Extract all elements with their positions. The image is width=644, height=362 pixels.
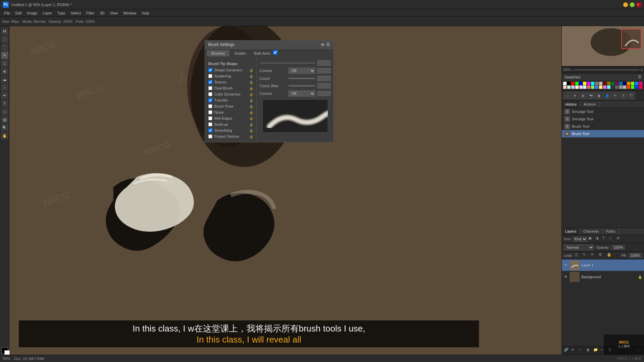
swatch-14[interactable] — [619, 82, 623, 85]
swatch-16[interactable] — [627, 82, 630, 85]
menu-item-type[interactable]: Type — [55, 9, 68, 17]
swatch-21[interactable] — [567, 85, 571, 89]
both-axes-checkbox[interactable] — [273, 50, 277, 55]
scattering-option[interactable]: Scattering 🔒 — [205, 73, 257, 79]
actions-tab[interactable]: Actions — [580, 101, 599, 108]
lasso-tool[interactable]: ⌒ — [1, 44, 8, 51]
swatch-8[interactable] — [595, 82, 598, 85]
eraser-tool[interactable]: ◻ — [1, 60, 8, 67]
swatch-17[interactable] — [631, 82, 634, 85]
shape-filter-btn[interactable]: □ — [609, 236, 615, 242]
transfer-option[interactable]: Transfer 🔒 — [205, 97, 257, 103]
swatches-menu-icon[interactable]: ☰ — [638, 75, 641, 79]
wet-edges-option[interactable]: Wet Edges 🔒 — [205, 115, 257, 121]
swatch-38[interactable] — [635, 85, 638, 89]
count-jitter-value[interactable] — [317, 83, 331, 88]
swatch-22[interactable] — [571, 85, 575, 89]
history-tab[interactable]: History — [562, 101, 580, 108]
filter-btn[interactable]: ⧖ — [620, 92, 627, 99]
transfer-checkbox[interactable] — [208, 98, 212, 102]
swatch-39[interactable] — [639, 85, 642, 89]
control-select2[interactable]: Off — [288, 90, 315, 97]
protect-texture-checkbox[interactable] — [208, 134, 212, 138]
layer1-item[interactable]: 👁 Layer 1 — [562, 259, 644, 271]
lock-artboard-btn[interactable]: ⊞ — [599, 252, 605, 258]
shape-dynamics-checkbox[interactable] — [208, 68, 212, 72]
noise-option[interactable]: Noise 🔒 — [205, 109, 257, 115]
swatch-19[interactable] — [639, 82, 642, 85]
texture-option[interactable]: Texture 🔒 — [205, 79, 257, 85]
opacity-input[interactable] — [611, 245, 625, 250]
move-tool[interactable]: M — [1, 27, 8, 35]
swatch-30[interactable] — [603, 85, 606, 89]
scattering-checkbox[interactable] — [208, 74, 212, 78]
swatch-23[interactable] — [575, 85, 579, 89]
brush-pose-checkbox[interactable] — [208, 104, 212, 108]
dodge-tool[interactable]: ○ — [1, 84, 8, 91]
history-item-brush1[interactable]: B Brush Tool — [562, 123, 644, 130]
texture-checkbox[interactable] — [208, 80, 212, 84]
channels-tab[interactable]: Channels — [580, 228, 602, 235]
add-mask-btn[interactable]: ○ — [579, 348, 585, 354]
control-value2[interactable] — [317, 91, 331, 96]
smudge-btn-right[interactable]: ⛉ — [628, 92, 635, 99]
history-item-brush2[interactable]: B Brush Tool — [562, 130, 644, 137]
swatch-12[interactable] — [611, 82, 614, 85]
gradient-tool[interactable]: ▤ — [1, 116, 8, 123]
swatch-15[interactable] — [623, 82, 626, 85]
color-dynamics-option[interactable]: Color Dynamics 🔒 — [205, 91, 257, 97]
swatch-27[interactable] — [591, 85, 594, 89]
swatch-0[interactable] — [563, 82, 567, 85]
paths-tab[interactable]: Paths — [603, 228, 619, 235]
adjustment-filter-btn[interactable]: ◑ — [595, 236, 601, 242]
swatch-7[interactable] — [591, 82, 594, 85]
text-tool[interactable]: T — [1, 100, 8, 107]
swatch-9[interactable] — [599, 82, 602, 85]
swatch-31[interactable] — [607, 85, 610, 89]
shape-tool[interactable]: □ — [1, 108, 8, 115]
shape-dynamics-option[interactable]: Shape Dynamics 🔒 — [205, 67, 257, 73]
scatter-value[interactable] — [317, 60, 331, 66]
noise-checkbox[interactable] — [208, 110, 212, 114]
swatch-5[interactable] — [583, 82, 586, 85]
layer-kind-select[interactable]: Kind — [573, 237, 587, 242]
menu-item-layer[interactable]: Layer — [40, 9, 55, 17]
add-style-btn[interactable]: ✦ — [571, 348, 577, 354]
zoom-slider[interactable] — [574, 69, 639, 70]
smart-filter-btn[interactable]: ⊕ — [616, 236, 623, 242]
smudge-tool[interactable]: ☁ — [1, 76, 8, 83]
layer1-visibility-icon[interactable]: 👁 — [564, 263, 568, 267]
swatch-25[interactable] — [583, 85, 586, 89]
lock-transparent-btn[interactable]: ◫ — [575, 252, 581, 258]
swatch-3[interactable] — [575, 82, 579, 85]
history-item-smudge2[interactable]: S Smudge Tool — [562, 115, 644, 123]
swatch-26[interactable] — [587, 85, 590, 89]
menu-item-select[interactable]: Select — [68, 9, 84, 17]
menu-item-help[interactable]: Help — [139, 9, 152, 17]
new-fill-btn[interactable]: ◑ — [586, 348, 592, 354]
control-value1[interactable] — [317, 68, 331, 73]
swatch-10[interactable] — [603, 82, 606, 85]
hand-tool[interactable]: ✋ — [1, 132, 8, 139]
lock-position-btn[interactable]: ✛ — [591, 252, 597, 258]
count-value[interactable] — [317, 76, 331, 81]
brush-tip-shape-title[interactable]: Brush Tip Shape — [205, 60, 257, 67]
move-btn[interactable]: ✛ — [571, 92, 579, 99]
dual-brush-option[interactable]: Dual Brush 🔒 — [205, 85, 257, 91]
select-tool[interactable]: ⬚ — [1, 36, 8, 43]
swatch-37[interactable] — [631, 85, 634, 89]
menu-item-view[interactable]: View — [107, 9, 121, 17]
swatch-29[interactable] — [599, 85, 602, 89]
swatch-20[interactable] — [563, 85, 567, 89]
maximize-button[interactable]: □ — [630, 2, 635, 7]
close-button[interactable]: × — [637, 2, 641, 7]
count-slider[interactable] — [288, 78, 315, 79]
dual-brush-checkbox[interactable] — [208, 86, 212, 90]
swatch-35[interactable] — [623, 85, 626, 89]
buildup-checkbox[interactable] — [208, 122, 212, 126]
lock-all-btn[interactable]: 🔒 — [607, 252, 613, 258]
smoothing-checkbox[interactable] — [208, 128, 212, 132]
user-btn[interactable]: 👤 — [603, 92, 611, 99]
swatch-34[interactable] — [619, 85, 623, 89]
menu-item-3d[interactable]: 3D — [97, 9, 107, 17]
